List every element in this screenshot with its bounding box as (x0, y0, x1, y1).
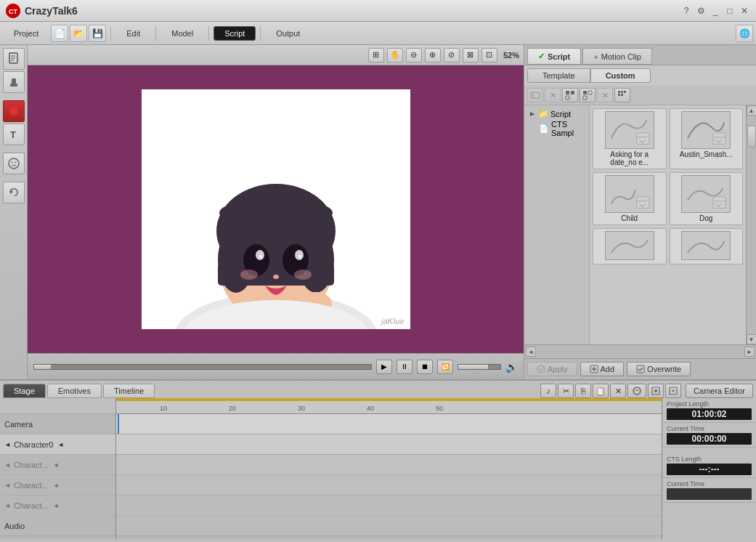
ruler-mark-20: 20 (229, 405, 236, 412)
panel-nav-right[interactable]: ► (744, 347, 755, 357)
track-char3-label: ◄ Charact... ◄ (0, 496, 115, 516)
tab-emotives[interactable]: Emotives (47, 384, 102, 398)
tree-item-script[interactable]: 📁 Script (527, 108, 586, 119)
new-icon[interactable]: 📄 (51, 25, 68, 42)
fullscreen-button[interactable]: ⊡ (481, 48, 497, 62)
stage-tool-copy[interactable]: ⎘ (575, 384, 591, 398)
track-camera-label: Camera (0, 414, 115, 434)
stage-tool-5[interactable] (627, 384, 646, 398)
panel-tool-5[interactable]: ✕ (597, 88, 613, 102)
camera-editor-button[interactable]: Camera Editor (686, 384, 753, 398)
svg-point-26 (259, 255, 262, 258)
char2-icon: ◄ (4, 482, 11, 489)
undo-button[interactable] (3, 182, 25, 203)
add-button[interactable]: Add (580, 362, 625, 376)
svg-rect-42 (621, 91, 623, 93)
zoom-out-button[interactable]: ⊖ (406, 48, 422, 62)
app-logo: CT (6, 4, 20, 18)
face-button[interactable] (3, 153, 25, 174)
stage-tool-cut[interactable]: ✂ (558, 384, 574, 398)
svg-point-12 (15, 162, 16, 163)
tree-expand-icon (529, 110, 536, 118)
pause-button[interactable]: ⏸ (397, 360, 412, 374)
menu-model[interactable]: Model (160, 26, 204, 41)
timeline-scrubber[interactable] (33, 364, 372, 370)
sub-tab-custom[interactable]: Custom (590, 68, 651, 83)
scroll-down-button[interactable]: ▼ (747, 334, 757, 344)
scroll-up-button[interactable]: ▲ (747, 105, 757, 116)
panel-nav-left[interactable]: ◄ (526, 347, 536, 357)
tab-timeline[interactable]: Timeline (103, 384, 155, 398)
panel-tool-2[interactable]: ✕ (545, 88, 561, 102)
svg-point-68 (654, 389, 657, 392)
right-panel: ✓ Script ● Motion Clip Template Custom ✕ (524, 45, 756, 379)
help-button[interactable]: ? (680, 5, 692, 17)
char1-track[interactable] (116, 455, 662, 475)
apply-button[interactable]: Apply (527, 362, 577, 376)
panel-tool-4[interactable] (580, 88, 596, 102)
scrollbar-thumb[interactable] (747, 126, 756, 147)
close-view-button[interactable]: ⊠ (463, 48, 479, 62)
sub-tab-template[interactable]: Template (527, 68, 590, 83)
tree-item-cts[interactable]: 📄 CTS Sampl (527, 119, 586, 138)
camera-track[interactable] (116, 414, 662, 434)
cts-length-label: CTS Length (667, 456, 752, 463)
cancel-button[interactable]: ⊘ (444, 48, 460, 62)
grid-item-1[interactable]: Asking for adate_no e... (593, 108, 667, 169)
loop-button[interactable]: 🔁 (437, 360, 453, 374)
svg-point-29 (240, 270, 258, 280)
volume-slider[interactable] (458, 364, 501, 370)
stage-tool-delete[interactable]: ✕ (610, 384, 626, 398)
grid-item-5[interactable] (593, 228, 667, 264)
stage-tool-7[interactable] (665, 384, 681, 398)
tab-motion-clip[interactable]: ● Motion Clip (582, 48, 652, 65)
minimize-button[interactable]: _ (710, 5, 721, 17)
close-button[interactable]: ✕ (739, 5, 750, 17)
thumb-svg-3 (606, 175, 654, 213)
menu-script[interactable]: Script (214, 26, 256, 41)
script-check-icon: ✓ (538, 52, 545, 61)
character0-track[interactable] (116, 434, 662, 455)
record-button[interactable] (3, 100, 25, 122)
grid-item-3[interactable]: Child (593, 172, 667, 225)
grid-item-4[interactable]: Dog (670, 172, 744, 225)
pan-button[interactable]: ✋ (387, 48, 403, 62)
zoom-in-button[interactable]: ⊕ (425, 48, 441, 62)
stamp-button[interactable] (3, 71, 25, 93)
thumb-svg-2 (682, 111, 730, 149)
panel-tool-1[interactable] (527, 88, 543, 102)
ruler-mark-50: 50 (436, 405, 443, 412)
stage-tool-note[interactable]: ♪ (540, 384, 556, 398)
settings-button[interactable]: ⚙ (695, 5, 707, 17)
restore-button[interactable]: □ (724, 5, 736, 17)
stage-tool-6[interactable] (648, 384, 664, 398)
new-doc-button[interactable] (3, 48, 25, 70)
timeline-content: 10 20 30 40 50 (116, 398, 662, 539)
fit-view-button[interactable]: ⊞ (368, 48, 384, 62)
audio-track[interactable] (116, 516, 662, 536)
timeline-ruler[interactable]: 10 20 30 40 50 (116, 398, 662, 414)
play-button[interactable]: ▶ (376, 360, 392, 374)
stop-button[interactable]: ⏹ (417, 360, 433, 374)
open-icon[interactable]: 📂 (70, 25, 87, 42)
panel-tool-grid[interactable] (614, 88, 630, 102)
overwrite-button[interactable]: Overwrite (627, 362, 691, 376)
tab-stage[interactable]: Stage (3, 384, 46, 398)
globe-icon[interactable]: 🌐 (736, 25, 753, 42)
thumb-3 (605, 175, 654, 213)
menu-project[interactable]: Project (3, 26, 49, 41)
panel-tool-3[interactable] (562, 88, 578, 102)
grid-item-2[interactable]: Austin_Smash... (670, 108, 744, 169)
char2-track[interactable] (116, 475, 662, 496)
menu-output[interactable]: Output (265, 26, 311, 41)
text-button[interactable]: T (3, 124, 25, 145)
tree-file-icon: 📄 (539, 124, 549, 134)
grid-item-6[interactable] (670, 228, 744, 264)
save-icon[interactable]: 💾 (89, 25, 106, 42)
stage-tool-paste[interactable]: 📋 (593, 384, 609, 398)
menu-edit[interactable]: Edit (115, 26, 151, 41)
tab-script[interactable]: ✓ Script (527, 48, 581, 65)
main-content: T ⊞ ✋ ⊖ ⊕ ⊘ ⊠ ⊡ 52% (0, 45, 756, 379)
timeline-area: Camera ◄ Character0 ◄ ◄ Charact... ◄ ◄ C… (0, 398, 756, 539)
char3-track[interactable] (116, 496, 662, 516)
